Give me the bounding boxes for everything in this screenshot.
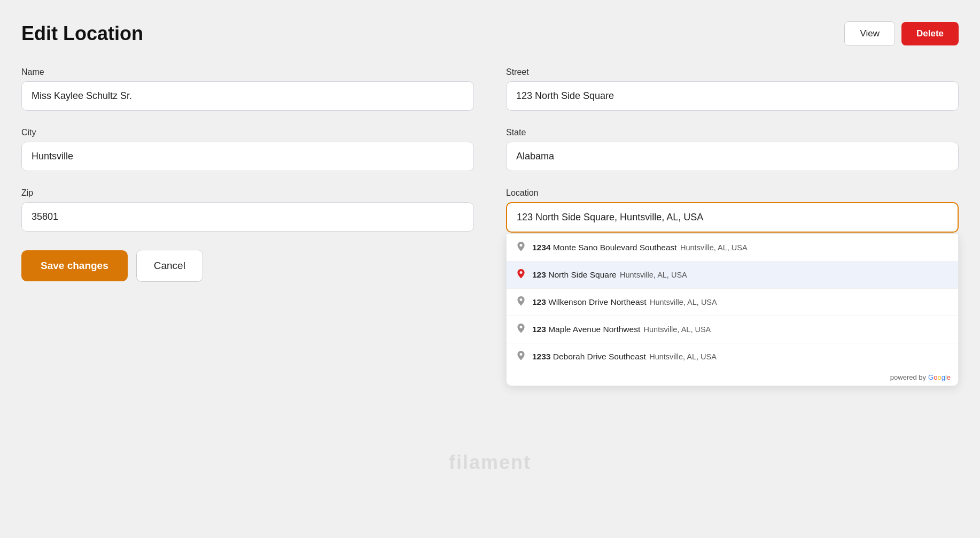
header: Edit Location View Delete [21, 21, 959, 46]
name-label: Name [21, 67, 474, 77]
state-input[interactable] [506, 142, 959, 171]
zip-label: Zip [21, 188, 474, 198]
zip-group: Zip [21, 188, 474, 233]
page-title: Edit Location [21, 22, 143, 45]
dropdown-item[interactable]: 1234 Monte Sano Boulevard Southeast Hunt… [507, 234, 958, 262]
street-input[interactable] [506, 81, 959, 111]
dropdown-item[interactable]: 1233 Deborah Drive Southeast Huntsville,… [507, 343, 958, 370]
city-input[interactable] [21, 142, 474, 171]
dropdown-item[interactable]: 123 Wilkenson Drive Northeast Huntsville… [507, 289, 958, 316]
pin-icon [516, 242, 526, 253]
street-label: Street [506, 67, 959, 77]
state-label: State [506, 128, 959, 137]
city-label: City [21, 128, 474, 137]
dropdown-item[interactable]: 123 North Side Square Huntsville, AL, US… [507, 262, 958, 289]
page: Edit Location View Delete Name Street Ci… [21, 21, 959, 282]
autocomplete-dropdown: 1234 Monte Sano Boulevard Southeast Hunt… [506, 234, 959, 386]
google-footer: powered by Google [507, 370, 958, 386]
delete-button[interactable]: Delete [901, 22, 959, 45]
location-group: Location 1234 Monte Sano Boulevard South… [506, 188, 959, 233]
street-group: Street [506, 67, 959, 111]
zip-input[interactable] [21, 202, 474, 232]
city-group: City [21, 128, 474, 171]
watermark: filament [449, 451, 531, 474]
location-label: Location [506, 188, 959, 198]
name-group: Name [21, 67, 474, 111]
pin-icon [516, 296, 526, 308]
pin-icon [516, 324, 526, 335]
pin-icon [516, 351, 526, 363]
dropdown-item[interactable]: 123 Maple Avenue Northwest Huntsville, A… [507, 316, 958, 343]
state-group: State [506, 128, 959, 171]
save-button[interactable]: Save changes [21, 250, 128, 281]
powered-by-text: powered by [890, 373, 926, 381]
form-grid: Name Street City State Zip Location [21, 67, 959, 233]
header-actions: View Delete [844, 21, 959, 46]
location-input[interactable] [506, 202, 959, 233]
name-input[interactable] [21, 81, 474, 111]
view-button[interactable]: View [844, 21, 895, 46]
pin-icon [516, 269, 526, 281]
cancel-button[interactable]: Cancel [136, 250, 203, 282]
google-logo: Google [928, 373, 951, 381]
